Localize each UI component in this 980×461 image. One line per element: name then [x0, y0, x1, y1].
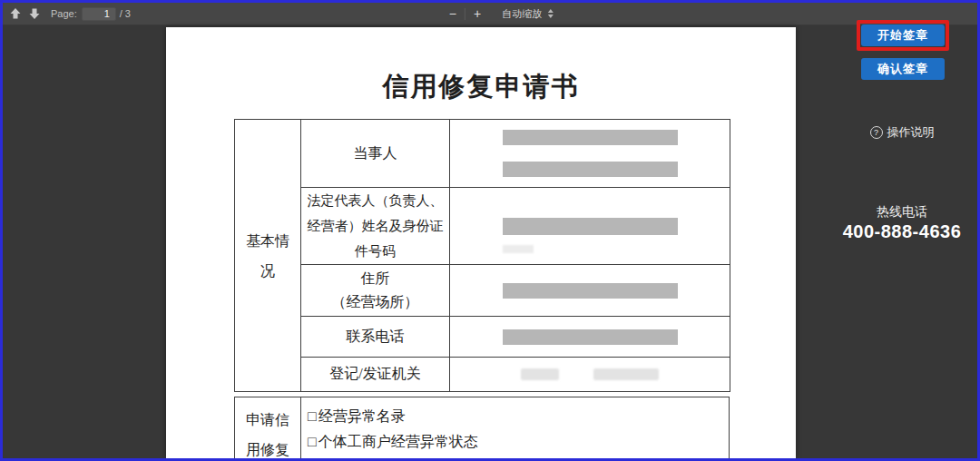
checklist-label: 个体工商户经营异常状态 [318, 434, 478, 449]
viewer-toolbar: Page: / 3 − + 自动缩放 [3, 3, 977, 25]
section2-label: 申请信用修复 [244, 405, 291, 458]
table-row: 登记/发证机关 [235, 358, 730, 392]
section-label: 基本情况 [244, 226, 291, 286]
redacted-value [503, 329, 678, 345]
repair-request-table: 申请信用修复 □经营异常名录 □个体工商户经营异常状态 [234, 397, 730, 458]
hotline-label: 热线电话 [811, 204, 980, 221]
table-row: 申请信用修复 □经营异常名录 □个体工商户经营异常状态 [235, 397, 730, 459]
table-row: 法定代表人（负责人、经营者）姓名及身份证件号码 [235, 188, 730, 265]
row-label-line2: （经营场所） [301, 290, 449, 314]
page-up-icon[interactable] [9, 7, 22, 20]
checkbox-icon: □ [308, 408, 317, 424]
table-row: 联系电话 [235, 317, 730, 358]
redacted-value [503, 162, 678, 177]
row-label: 当事人 [354, 145, 397, 161]
table-row: 住所 （经营场所） [235, 265, 730, 317]
checkbox-icon: □ [308, 434, 317, 449]
pdf-signing-window: Page: / 3 − + 自动缩放 信用修复申请书 基本情况 当事人 [3, 3, 977, 458]
page-number-input[interactable] [82, 7, 116, 21]
checklist-item: □经营异常名录 [301, 397, 729, 429]
redacted-value [503, 218, 678, 235]
row-label: 法定代表人（负责人、经营者）姓名及身份证件号码 [306, 188, 446, 264]
pdf-page: 信用修复申请书 基本情况 当事人 法定代表人（负责人、经营者）姓名及身份证件号码 [166, 27, 796, 458]
page-label: Page: [51, 8, 77, 19]
basic-info-table: 基本情况 当事人 法定代表人（负责人、经营者）姓名及身份证件号码 [234, 119, 730, 392]
redacted-value [503, 130, 678, 145]
zoom-mode-label: 自动缩放 [502, 7, 542, 21]
checklist-item: □个体工商户经营异常状态 [301, 429, 729, 455]
zoom-controls: − + 自动缩放 [441, 3, 554, 25]
zoom-mode-dropdown[interactable]: 自动缩放 [502, 7, 554, 21]
faint-redacted-value [521, 368, 559, 380]
row-label: 联系电话 [347, 329, 405, 344]
help-label: 操作说明 [887, 124, 935, 141]
checklist-label: 经营异常名录 [318, 408, 406, 424]
page-navigation: Page: / 3 [3, 3, 131, 25]
document-title: 信用修复申请书 [166, 69, 796, 105]
row-label: 住所 [301, 267, 449, 290]
question-mark-icon: ? [870, 126, 883, 139]
highlight-red-box: 开始签章 [857, 20, 949, 51]
zoom-in-button[interactable]: + [466, 7, 489, 20]
zoom-out-button[interactable]: − [441, 7, 465, 20]
dropdown-caret-icon [548, 9, 554, 18]
redacted-value [503, 283, 678, 299]
row-label: 登记/发证机关 [329, 366, 420, 381]
page-down-icon[interactable] [28, 7, 41, 20]
page-total: / 3 [120, 8, 131, 19]
confirm-sign-button[interactable]: 确认签章 [861, 58, 945, 80]
start-sign-button[interactable]: 开始签章 [861, 25, 945, 46]
faint-redacted-value [593, 368, 659, 380]
table-row: 基本情况 当事人 [235, 120, 730, 188]
help-link[interactable]: ? 操作说明 [811, 124, 980, 141]
hotline-number: 400-888-4636 [811, 221, 980, 242]
